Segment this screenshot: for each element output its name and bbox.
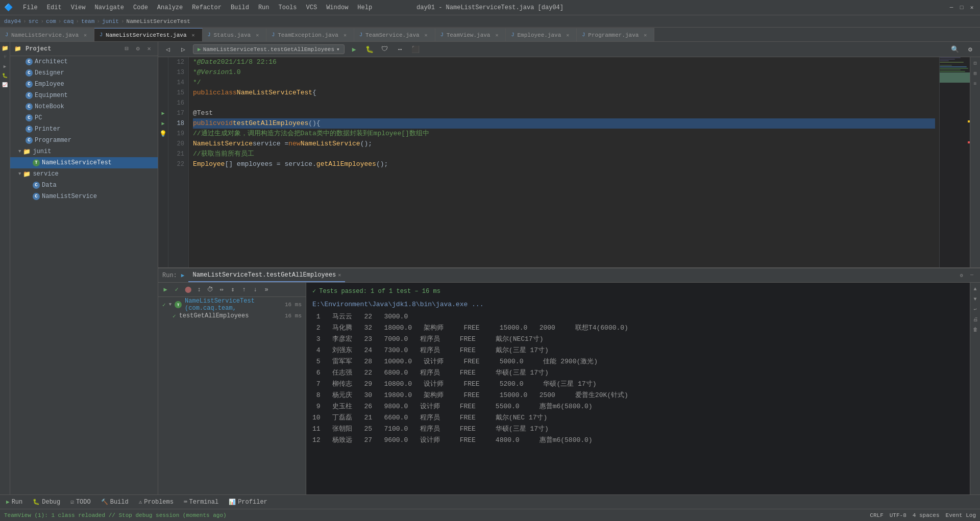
tab-namelistservice[interactable]: J NameListService.java ✕	[0, 28, 94, 41]
terminal-toolbar-button[interactable]: ⌨ Terminal	[182, 498, 220, 507]
crlf-status[interactable]: CRLF	[870, 512, 883, 518]
output-panel[interactable]: ✓ Tests passed: 1 of 1 test – 16 ms E:\E…	[306, 283, 970, 494]
debug-button[interactable]: 🐛	[364, 44, 375, 55]
menu-refactor[interactable]: Refactor	[188, 3, 226, 12]
expand-icon[interactable]: ⊞	[971, 69, 979, 78]
run-config-dropdown[interactable]: ▶ NameListServiceTest.testGetAllEmployee…	[193, 44, 345, 54]
run-icon-side[interactable]: ▶	[1, 62, 9, 70]
print-icon[interactable]: 🖨	[971, 315, 979, 324]
tab-close-icon[interactable]: ✕	[642, 32, 649, 39]
navigate-back-icon[interactable]: ◁	[162, 44, 174, 55]
tree-item-equipment[interactable]: C Equipment	[10, 90, 158, 101]
breadcrumb-part[interactable]: team	[81, 18, 94, 24]
collapse-all-test-icon[interactable]: ⇕	[228, 285, 238, 295]
sort-duration-icon[interactable]: ⏱	[205, 285, 215, 295]
menu-file[interactable]: File	[19, 3, 42, 12]
tab-close-icon[interactable]: ✕	[423, 32, 430, 39]
scroll-bottom-icon[interactable]: ▼	[971, 295, 979, 303]
tree-item-namelistservice[interactable]: C NameListService	[10, 191, 158, 202]
debug-icon-side[interactable]: 🐛	[1, 71, 9, 80]
collapse-icon[interactable]: ⊟	[971, 59, 979, 67]
test-tree-root[interactable]: ✓ ▼ T NameListServiceTest (com.caq.team,…	[158, 299, 306, 310]
menu-edit[interactable]: Edit	[43, 3, 66, 12]
menu-window[interactable]: Window	[322, 3, 352, 12]
run-gutter-icon[interactable]: ▶	[161, 120, 164, 127]
close-sidebar-icon[interactable]: ✕	[144, 44, 154, 54]
tab-close-icon[interactable]: ✕	[493, 32, 500, 39]
stop-button[interactable]: ⬛	[410, 44, 421, 55]
tab-employee[interactable]: J Employee.java ✕	[506, 28, 577, 41]
tree-item-service-folder[interactable]: ▼ 📁 service	[10, 168, 158, 180]
scroll-top-icon[interactable]: ▲	[971, 285, 979, 293]
maximize-button[interactable]: □	[958, 4, 966, 12]
run-toolbar-button[interactable]: ▶ Run	[4, 498, 24, 507]
up-icon[interactable]: ↑	[239, 285, 249, 295]
sort-alpha-icon[interactable]: ↕	[194, 285, 204, 295]
run-tab-namelistservicetest[interactable]: NameListServiceTest.testGetAllEmployees …	[188, 268, 345, 282]
menu-navigate[interactable]: Navigate	[90, 3, 128, 12]
tree-item-printer[interactable]: C Printer	[10, 123, 158, 135]
test-tree-method[interactable]: ✓ testGetAllEmployees 16 ms	[158, 310, 306, 321]
breadcrumb-part[interactable]: NameListServiceTest	[127, 18, 190, 24]
profiler-toolbar-button[interactable]: 📊 Profiler	[227, 498, 270, 507]
tree-item-junit-folder[interactable]: ▼ 📁 junit	[10, 146, 158, 157]
tree-item-pc[interactable]: C PC	[10, 112, 158, 123]
tab-teamexception[interactable]: J TeamException.java ✕	[266, 28, 354, 41]
event-log-status[interactable]: Event Log	[946, 512, 976, 518]
debug-toolbar-button[interactable]: 🐛 Debug	[31, 498, 62, 507]
navigate-forward-icon[interactable]: ▷	[178, 44, 189, 55]
more-options-icon[interactable]: »	[261, 285, 272, 295]
clear-icon[interactable]: 🗑	[971, 326, 979, 334]
breadcrumb-part[interactable]: src	[29, 18, 39, 24]
minimize-button[interactable]: ─	[947, 4, 955, 12]
settings-run-icon[interactable]: ⚙	[958, 271, 966, 280]
settings-icon[interactable]: ⚙	[133, 44, 142, 54]
code-content[interactable]: * @Date 2021/11/8 22:16 * @Version 1.0 *…	[189, 57, 939, 267]
tab-teamservice[interactable]: J TeamService.java ✕	[354, 28, 435, 41]
run-button[interactable]: ▶	[349, 44, 360, 55]
tree-item-programmer[interactable]: C Programmer	[10, 135, 158, 146]
breadcrumb-part[interactable]: junit	[102, 18, 119, 24]
tree-item-designer[interactable]: C Designer	[10, 67, 158, 79]
breadcrumb-part[interactable]: day04	[4, 18, 21, 24]
tab-namelistservicetest[interactable]: J NameListServiceTest.java ✕	[94, 28, 202, 41]
problems-toolbar-button[interactable]: ⚠ Problems	[137, 498, 176, 507]
project-icon[interactable]: 📁	[1, 44, 9, 52]
menu-code[interactable]: Code	[129, 3, 152, 12]
tree-item-employee[interactable]: C Employee	[10, 79, 158, 90]
encoding-status[interactable]: UTF-8	[890, 512, 906, 518]
menu-tools[interactable]: Tools	[275, 3, 301, 12]
menu-analyze[interactable]: Analyze	[153, 3, 187, 12]
tab-status[interactable]: J Status.java ✕	[203, 28, 267, 41]
profiler-icon-side[interactable]: 📈	[1, 81, 9, 89]
tree-item-notebook[interactable]: C NoteBook	[10, 101, 158, 112]
structure-icon[interactable]: ≡	[971, 80, 979, 88]
down-icon[interactable]: ↓	[250, 285, 260, 295]
tree-item-namelistservicetest[interactable]: T NameListServiceTest	[10, 157, 158, 168]
tab-programmer[interactable]: J Programmer.java ✕	[577, 28, 654, 41]
run-tab-close-icon[interactable]: ✕	[338, 272, 341, 278]
vcs-icon[interactable]: ⑂	[1, 53, 9, 61]
breadcrumb-part[interactable]: com	[46, 18, 56, 24]
close-button[interactable]: ✕	[968, 4, 976, 12]
tab-close-icon[interactable]: ✕	[341, 32, 349, 39]
tab-close-icon[interactable]: ✕	[254, 32, 261, 39]
tab-close-icon[interactable]: ✕	[564, 32, 571, 39]
menu-vcs[interactable]: VCS	[302, 3, 322, 12]
todo-toolbar-button[interactable]: ☑ TODO	[68, 498, 92, 507]
collapse-all-icon[interactable]: ⊟	[122, 44, 131, 54]
settings-icon[interactable]: ⚙	[965, 44, 976, 55]
build-toolbar-button[interactable]: 🔨 Build	[99, 498, 131, 507]
menu-view[interactable]: View	[67, 3, 90, 12]
more-actions-button[interactable]: ⋯	[395, 44, 406, 55]
menu-help[interactable]: Help	[353, 3, 376, 12]
wrap-icon[interactable]: ↩	[971, 305, 979, 313]
expand-all-icon[interactable]: ⇔	[216, 285, 227, 295]
breadcrumb-part[interactable]: caq	[63, 18, 74, 24]
tab-teamview[interactable]: J TeamView.java ✕	[435, 28, 506, 41]
tree-item-architect[interactable]: C Architect	[10, 56, 158, 67]
rerun-button[interactable]: ▶	[160, 285, 170, 295]
menu-run[interactable]: Run	[254, 3, 274, 12]
spaces-status[interactable]: 4 spaces	[913, 512, 940, 518]
search-everywhere-icon[interactable]: 🔍	[949, 44, 961, 55]
